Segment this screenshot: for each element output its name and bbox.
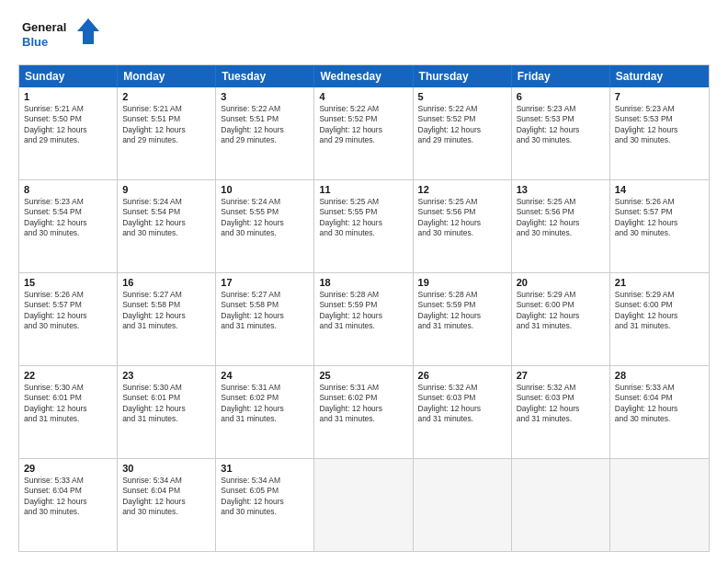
day-number: 16 <box>122 277 210 288</box>
day-info: Sunrise: 5:32 AMSunset: 6:03 PMDaylight:… <box>418 383 506 425</box>
day-number: 31 <box>221 463 309 474</box>
day-number: 1 <box>24 91 112 102</box>
day-info: Sunrise: 5:23 AMSunset: 5:53 PMDaylight:… <box>615 104 704 146</box>
day-info: Sunrise: 5:33 AMSunset: 6:04 PMDaylight:… <box>24 476 112 518</box>
day-cell-24: 24Sunrise: 5:31 AMSunset: 6:02 PMDayligh… <box>216 366 314 458</box>
logo-svg: General Blue <box>18 15 101 55</box>
day-header-tuesday: Tuesday <box>216 65 314 87</box>
day-number: 11 <box>319 184 407 195</box>
day-cell-27: 27Sunrise: 5:32 AMSunset: 6:03 PMDayligh… <box>512 366 610 458</box>
day-cell-26: 26Sunrise: 5:32 AMSunset: 6:03 PMDayligh… <box>414 366 512 458</box>
week-row-1: 1Sunrise: 5:21 AMSunset: 5:50 PMDaylight… <box>19 87 709 180</box>
day-header-sunday: Sunday <box>19 65 118 87</box>
week-row-5: 29Sunrise: 5:33 AMSunset: 6:04 PMDayligh… <box>19 459 709 551</box>
day-cell-7: 7Sunrise: 5:23 AMSunset: 5:53 PMDaylight… <box>610 87 709 179</box>
svg-text:General: General <box>22 20 66 34</box>
day-header-thursday: Thursday <box>414 65 512 87</box>
day-info: Sunrise: 5:25 AMSunset: 5:56 PMDaylight:… <box>418 197 506 239</box>
day-number: 6 <box>517 91 605 102</box>
day-header-monday: Monday <box>118 65 216 87</box>
day-info: Sunrise: 5:32 AMSunset: 6:03 PMDaylight:… <box>517 383 605 425</box>
day-info: Sunrise: 5:21 AMSunset: 5:50 PMDaylight:… <box>24 104 112 146</box>
day-cell-empty <box>314 459 413 551</box>
day-info: Sunrise: 5:27 AMSunset: 5:58 PMDaylight:… <box>122 290 210 332</box>
day-cell-5: 5Sunrise: 5:22 AMSunset: 5:52 PMDaylight… <box>414 87 512 179</box>
day-info: Sunrise: 5:22 AMSunset: 5:51 PMDaylight:… <box>221 104 309 146</box>
page: General Blue SundayMondayTuesdayWednesda… <box>0 0 728 563</box>
day-cell-29: 29Sunrise: 5:33 AMSunset: 6:04 PMDayligh… <box>19 459 118 551</box>
day-info: Sunrise: 5:25 AMSunset: 5:56 PMDaylight:… <box>517 197 605 239</box>
day-number: 30 <box>122 463 210 474</box>
day-info: Sunrise: 5:26 AMSunset: 5:57 PMDaylight:… <box>615 197 704 239</box>
day-info: Sunrise: 5:34 AMSunset: 6:05 PMDaylight:… <box>221 476 309 518</box>
day-cell-6: 6Sunrise: 5:23 AMSunset: 5:53 PMDaylight… <box>512 87 610 179</box>
day-number: 10 <box>221 184 309 195</box>
day-cell-21: 21Sunrise: 5:29 AMSunset: 6:00 PMDayligh… <box>610 273 709 365</box>
day-info: Sunrise: 5:27 AMSunset: 5:58 PMDaylight:… <box>221 290 309 332</box>
day-info: Sunrise: 5:28 AMSunset: 5:59 PMDaylight:… <box>319 290 407 332</box>
day-number: 27 <box>517 370 605 381</box>
day-number: 2 <box>122 91 210 102</box>
day-number: 26 <box>418 370 506 381</box>
day-cell-2: 2Sunrise: 5:21 AMSunset: 5:51 PMDaylight… <box>118 87 216 179</box>
day-info: Sunrise: 5:31 AMSunset: 6:02 PMDaylight:… <box>319 383 407 425</box>
day-cell-8: 8Sunrise: 5:23 AMSunset: 5:54 PMDaylight… <box>19 180 118 272</box>
day-info: Sunrise: 5:22 AMSunset: 5:52 PMDaylight:… <box>319 104 407 146</box>
day-number: 20 <box>517 277 605 288</box>
day-cell-20: 20Sunrise: 5:29 AMSunset: 6:00 PMDayligh… <box>512 273 610 365</box>
day-info: Sunrise: 5:25 AMSunset: 5:55 PMDaylight:… <box>319 197 407 239</box>
day-cell-empty <box>512 459 610 551</box>
calendar-header: SundayMondayTuesdayWednesdayThursdayFrid… <box>19 65 709 87</box>
week-row-4: 22Sunrise: 5:30 AMSunset: 6:01 PMDayligh… <box>19 366 709 459</box>
calendar-body: 1Sunrise: 5:21 AMSunset: 5:50 PMDaylight… <box>19 87 709 551</box>
day-info: Sunrise: 5:30 AMSunset: 6:01 PMDaylight:… <box>24 383 112 425</box>
day-number: 4 <box>319 91 407 102</box>
day-number: 5 <box>418 91 506 102</box>
day-cell-22: 22Sunrise: 5:30 AMSunset: 6:01 PMDayligh… <box>19 366 118 458</box>
day-number: 18 <box>319 277 407 288</box>
day-cell-19: 19Sunrise: 5:28 AMSunset: 5:59 PMDayligh… <box>414 273 512 365</box>
day-cell-15: 15Sunrise: 5:26 AMSunset: 5:57 PMDayligh… <box>19 273 118 365</box>
day-cell-30: 30Sunrise: 5:34 AMSunset: 6:04 PMDayligh… <box>118 459 216 551</box>
day-number: 19 <box>418 277 506 288</box>
day-number: 9 <box>122 184 210 195</box>
day-info: Sunrise: 5:23 AMSunset: 5:54 PMDaylight:… <box>24 197 112 239</box>
svg-marker-3 <box>77 18 99 44</box>
day-cell-17: 17Sunrise: 5:27 AMSunset: 5:58 PMDayligh… <box>216 273 314 365</box>
day-info: Sunrise: 5:28 AMSunset: 5:59 PMDaylight:… <box>418 290 506 332</box>
day-info: Sunrise: 5:23 AMSunset: 5:53 PMDaylight:… <box>517 104 605 146</box>
day-number: 13 <box>517 184 605 195</box>
day-number: 3 <box>221 91 309 102</box>
day-number: 12 <box>418 184 506 195</box>
day-info: Sunrise: 5:21 AMSunset: 5:51 PMDaylight:… <box>122 104 210 146</box>
day-cell-23: 23Sunrise: 5:30 AMSunset: 6:01 PMDayligh… <box>118 366 216 458</box>
day-info: Sunrise: 5:24 AMSunset: 5:55 PMDaylight:… <box>221 197 309 239</box>
day-number: 7 <box>615 91 704 102</box>
day-cell-10: 10Sunrise: 5:24 AMSunset: 5:55 PMDayligh… <box>216 180 314 272</box>
day-info: Sunrise: 5:31 AMSunset: 6:02 PMDaylight:… <box>221 383 309 425</box>
day-cell-16: 16Sunrise: 5:27 AMSunset: 5:58 PMDayligh… <box>118 273 216 365</box>
day-cell-1: 1Sunrise: 5:21 AMSunset: 5:50 PMDaylight… <box>19 87 118 179</box>
day-cell-28: 28Sunrise: 5:33 AMSunset: 6:04 PMDayligh… <box>610 366 709 458</box>
day-number: 24 <box>221 370 309 381</box>
week-row-2: 8Sunrise: 5:23 AMSunset: 5:54 PMDaylight… <box>19 180 709 273</box>
day-info: Sunrise: 5:22 AMSunset: 5:52 PMDaylight:… <box>418 104 506 146</box>
header: General Blue <box>18 15 710 55</box>
day-number: 29 <box>24 463 112 474</box>
logo: General Blue <box>18 15 101 55</box>
day-cell-empty <box>610 459 709 551</box>
day-number: 22 <box>24 370 112 381</box>
svg-text:Blue: Blue <box>22 35 48 49</box>
day-info: Sunrise: 5:30 AMSunset: 6:01 PMDaylight:… <box>122 383 210 425</box>
day-info: Sunrise: 5:29 AMSunset: 6:00 PMDaylight:… <box>615 290 704 332</box>
day-info: Sunrise: 5:26 AMSunset: 5:57 PMDaylight:… <box>24 290 112 332</box>
day-cell-3: 3Sunrise: 5:22 AMSunset: 5:51 PMDaylight… <box>216 87 314 179</box>
day-header-friday: Friday <box>512 65 610 87</box>
week-row-3: 15Sunrise: 5:26 AMSunset: 5:57 PMDayligh… <box>19 273 709 366</box>
day-cell-18: 18Sunrise: 5:28 AMSunset: 5:59 PMDayligh… <box>314 273 413 365</box>
day-number: 15 <box>24 277 112 288</box>
day-cell-4: 4Sunrise: 5:22 AMSunset: 5:52 PMDaylight… <box>314 87 413 179</box>
day-cell-11: 11Sunrise: 5:25 AMSunset: 5:55 PMDayligh… <box>314 180 413 272</box>
day-number: 21 <box>615 277 704 288</box>
day-number: 14 <box>615 184 704 195</box>
